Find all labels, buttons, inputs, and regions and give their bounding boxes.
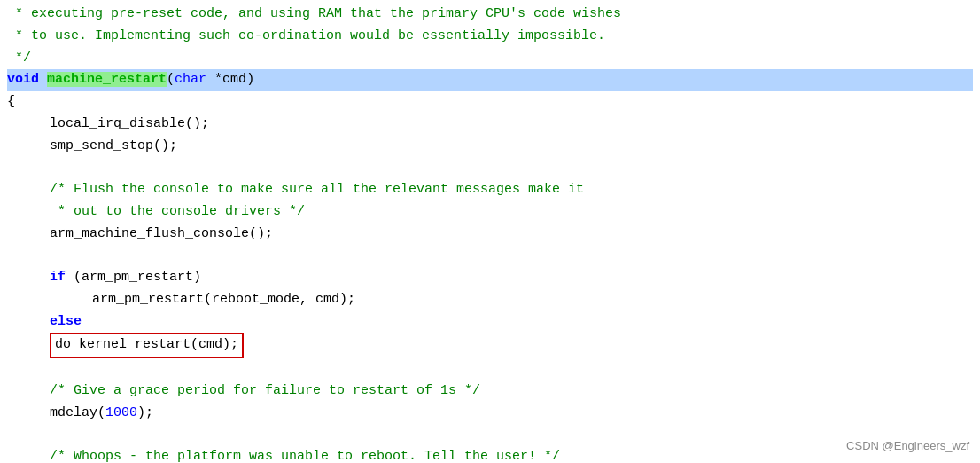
code-line-15: else [7,311,973,334]
comment-text: * to use. Implementing such co-ordinatio… [7,28,605,43]
keyword-void: void [7,72,39,87]
comment-text: /* Whoops - the platform was unable to r… [50,449,560,463]
code-line-12 [7,245,973,267]
code-line-21: /* Whoops - the platform was unable to r… [7,446,973,463]
param-cmd: *cmd [214,72,246,87]
code-line-6: local_irq_disable(); [7,114,973,136]
code-line-5: { [7,91,973,114]
code-line-2: * to use. Implementing such co-ordinatio… [7,26,973,48]
code-line-4: void machine_restart(char *cmd) [7,69,973,91]
paren: ( [167,72,175,87]
comment-text: /* Flush the console to make sure all th… [50,182,584,197]
paren-close: ) [246,72,254,87]
code-line-9: /* Flush the console to make sure all th… [7,179,973,201]
code-line-8 [7,157,973,179]
comment-text: * out to the console drivers */ [50,204,305,219]
keyword-else: else [50,314,82,329]
code-line-14: arm_pm_restart(reboot_mode, cmd); [7,289,973,311]
code-line-19: mdelay(1000); [7,403,973,425]
code-line-10: * out to the console drivers */ [7,201,973,224]
watermark: CSDN @Engineers_wzf [846,437,969,456]
code-line-18: /* Give a grace period for failure to re… [7,381,973,403]
function-name: machine_restart [47,72,167,87]
code-line-16: do_kernel_restart(cmd); [7,333,973,358]
comment-text: */ [7,51,31,66]
code-line-13: if (arm_pm_restart) [7,267,973,289]
keyword-if: if [50,270,66,285]
type-char: char [175,72,206,87]
number-1000: 1000 [105,405,137,420]
code-container: * executing pre-reset code, and using RA… [0,0,980,463]
code-line-3: */ [7,48,973,70]
comment-text: /* Give a grace period for failure to re… [50,383,480,398]
code-line-11: arm_machine_flush_console(); [7,224,973,246]
code-line-20 [7,424,973,446]
code-line-7: smp_send_stop(); [7,136,973,158]
code-line-17 [7,358,973,381]
boxed-statement: do_kernel_restart(cmd); [50,333,244,358]
comment-text: * executing pre-reset code, and using RA… [7,6,621,21]
code-line-1: * executing pre-reset code, and using RA… [7,4,973,26]
